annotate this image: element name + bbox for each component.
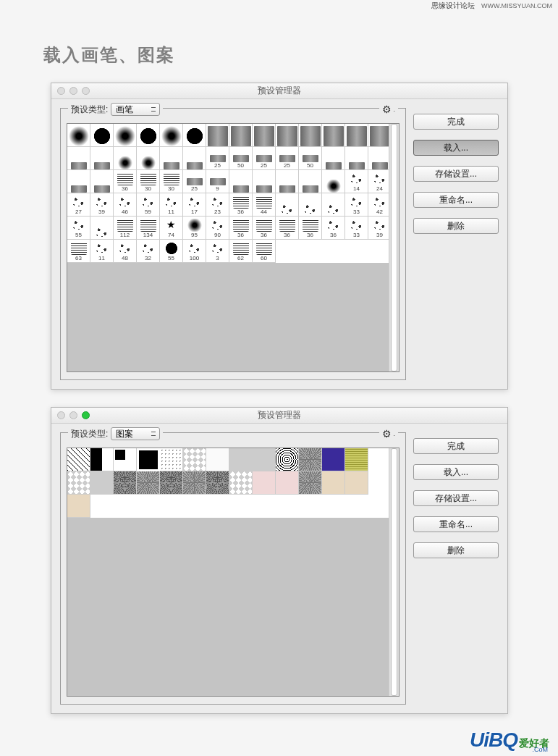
brush-swatch[interactable] [90,217,114,240]
close-icon[interactable] [57,87,65,95]
minimize-icon[interactable] [69,87,77,95]
title-bar[interactable]: 预设管理器 [51,408,507,424]
pattern-swatch[interactable] [322,448,345,471]
scrollbar[interactable] [389,124,399,371]
brush-swatch[interactable]: 30 [137,170,160,193]
brush-swatch[interactable] [114,124,137,147]
brush-swatch[interactable]: 25 [206,147,229,170]
brush-swatch[interactable]: 95 [183,217,206,240]
brush-swatch[interactable] [67,147,90,170]
brush-swatch[interactable] [276,124,299,147]
brush-swatch[interactable]: 55 [160,240,183,263]
brush-swatch[interactable] [67,170,90,193]
brush-swatch[interactable]: 36 [229,217,253,240]
brush-swatch[interactable] [229,124,253,147]
brush-swatch[interactable]: 63 [67,240,90,263]
brush-swatch[interactable]: 36 [322,217,345,240]
pattern-swatch[interactable] [322,471,345,495]
brush-swatch[interactable] [137,147,160,170]
close-icon[interactable] [57,411,65,419]
pattern-swatch[interactable] [253,471,276,495]
brush-swatch[interactable] [322,170,345,193]
brush-swatch[interactable]: 25 [276,147,299,170]
brush-swatch[interactable] [345,124,368,147]
brush-swatch[interactable]: 11 [160,193,183,217]
preset-type-dropdown[interactable]: 图案 [111,427,160,440]
brush-swatch[interactable]: 50 [229,147,253,170]
rename-button[interactable]: 重命名... [413,516,499,532]
brush-swatch[interactable] [183,124,206,147]
brush-swatch[interactable]: 50 [299,147,322,170]
brush-swatch[interactable] [322,124,345,147]
brush-swatch[interactable] [299,193,322,217]
brush-swatch[interactable]: 23 [206,193,229,217]
brush-swatch[interactable]: 36 [253,217,276,240]
brush-swatch[interactable] [160,147,183,170]
brush-swatch[interactable] [137,124,160,147]
brush-swatch[interactable] [229,170,253,193]
brush-swatch[interactable] [253,170,276,193]
pattern-swatch[interactable] [160,448,183,471]
brush-swatch[interactable]: 9 [206,170,229,193]
zoom-icon[interactable] [82,411,90,419]
pattern-swatch[interactable] [183,471,206,495]
brush-swatch[interactable]: 62 [229,240,253,263]
pattern-swatch[interactable] [183,448,206,471]
brush-swatch[interactable] [322,147,345,170]
save-settings-button[interactable]: 存储设置... [413,490,499,506]
pattern-swatch[interactable] [345,471,368,495]
gear-icon[interactable] [382,104,392,114]
brush-swatch[interactable] [253,124,276,147]
pattern-swatch[interactable] [90,448,114,471]
title-bar[interactable]: 预设管理器 [51,83,507,99]
pattern-swatch[interactable] [229,471,253,495]
brush-swatch[interactable] [160,124,183,147]
brush-swatch[interactable]: 30 [160,170,183,193]
zoom-icon[interactable] [82,87,90,95]
brush-swatch[interactable]: 100 [183,240,206,263]
brush-swatch[interactable]: 25 [183,170,206,193]
brush-swatch[interactable]: 36 [229,193,253,217]
preset-type-dropdown[interactable]: 画笔 [111,103,160,116]
brush-swatch[interactable]: 134 [137,217,160,240]
pattern-swatch[interactable] [206,471,229,495]
brush-swatch[interactable]: 74 [160,217,183,240]
brush-swatch[interactable]: 11 [90,240,114,263]
brush-swatch[interactable]: 48 [114,240,137,263]
brush-swatch[interactable]: 46 [114,193,137,217]
pattern-swatch[interactable] [299,448,322,471]
brush-swatch[interactable]: 55 [67,217,90,240]
rename-button[interactable]: 重命名... [413,192,499,208]
pattern-swatch[interactable] [253,448,276,471]
pattern-swatch[interactable] [299,471,322,495]
brush-swatch[interactable]: 60 [253,240,276,263]
brush-swatch[interactable]: 90 [206,217,229,240]
brush-swatch[interactable] [67,124,90,147]
pattern-swatch[interactable] [137,471,160,495]
brush-swatch[interactable] [299,170,322,193]
brush-swatch[interactable]: 59 [137,193,160,217]
pattern-swatch[interactable] [90,471,114,495]
pattern-swatch[interactable] [67,471,90,495]
brush-swatch[interactable]: 36 [114,170,137,193]
delete-button[interactable]: 删除 [413,542,499,558]
brush-swatch[interactable] [345,147,368,170]
brush-swatch[interactable]: 44 [253,193,276,217]
pattern-swatch[interactable] [114,471,137,495]
brush-swatch[interactable]: 27 [67,193,90,217]
brush-swatch[interactable] [276,193,299,217]
pattern-swatch[interactable] [345,448,368,471]
brush-swatch[interactable] [90,147,114,170]
brush-swatch[interactable] [90,124,114,147]
brush-swatch[interactable]: 3 [206,240,229,263]
pattern-swatch[interactable] [276,448,299,471]
brush-swatch[interactable] [322,193,345,217]
delete-button[interactable]: 删除 [413,218,499,234]
brush-swatch[interactable] [299,124,322,147]
brush-swatch[interactable]: 14 [345,170,368,193]
pattern-swatch[interactable] [206,448,229,471]
pattern-swatch[interactable] [137,448,160,471]
minimize-icon[interactable] [69,411,77,419]
brush-swatch[interactable]: 32 [137,240,160,263]
brush-swatch[interactable]: 33 [345,217,368,240]
